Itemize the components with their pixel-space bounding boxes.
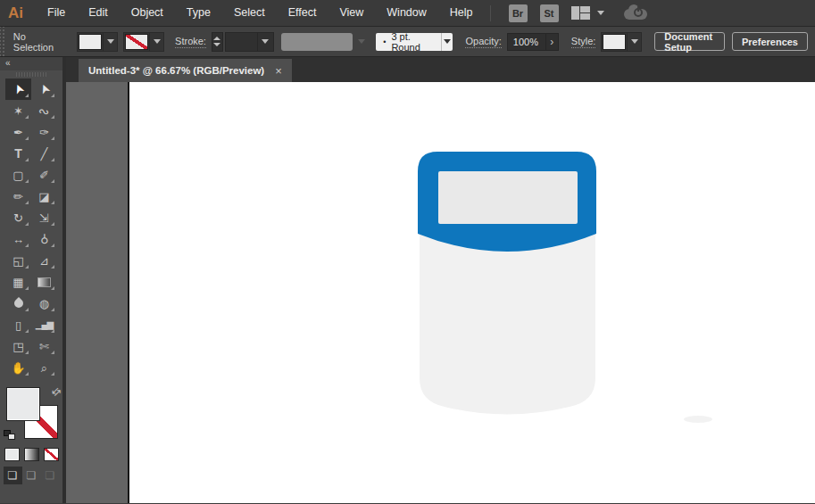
menu-type[interactable]: Type: [175, 0, 222, 26]
zoom-tool[interactable]: ⌕: [31, 357, 57, 378]
draw-normal-button[interactable]: ❏: [4, 467, 22, 484]
menu-items: File Edit Object Type Select Effect View…: [36, 0, 485, 26]
color-button[interactable]: [4, 448, 20, 461]
paint-type-buttons: [0, 448, 62, 461]
power-icon: [634, 8, 643, 17]
mesh-tool[interactable]: ▦: [5, 271, 31, 293]
close-tab-icon[interactable]: ×: [275, 64, 282, 78]
none-slash-icon: [45, 449, 58, 460]
menu-bar: Ai File Edit Object Type Select Effect V…: [0, 0, 815, 27]
main-area: « ➤ ➤ ✶ ∾ ✒ ✑ T ╱ ▢ ✐ ✏ ◪ ↻ ⇲ ↔ ⚲ ◱ ⊿ ▦ …: [0, 57, 815, 503]
tools-panel: « ➤ ➤ ✶ ∾ ✒ ✑ T ╱ ▢ ✐ ✏ ◪ ↻ ⇲ ↔ ⚲ ◱ ⊿ ▦ …: [0, 57, 62, 503]
opacity-label[interactable]: Opacity:: [465, 36, 501, 48]
selection-tool[interactable]: ➤: [5, 78, 31, 100]
chevron-down-icon: [107, 39, 114, 44]
menu-effect[interactable]: Effect: [277, 0, 328, 26]
slice-tool[interactable]: ✄: [31, 335, 57, 357]
paintbrush-tool[interactable]: ✐: [31, 164, 57, 186]
puppet-warp-tool[interactable]: ⚲: [31, 228, 57, 250]
lasso-tool[interactable]: ∾: [31, 100, 57, 121]
stroke-none-swatch: [125, 34, 148, 50]
stroke-weight-stepper[interactable]: [212, 32, 223, 52]
stroke-weight-dropdown[interactable]: [225, 32, 274, 52]
canister-body-shape[interactable]: [420, 225, 595, 415]
stroke-color-dropdown[interactable]: [123, 32, 164, 52]
graphic-style-swatch: [603, 34, 626, 50]
symbol-sprayer-tool[interactable]: ▯: [5, 314, 31, 335]
perspective-grid-tool[interactable]: ⊿: [31, 250, 57, 271]
shape-builder-tool[interactable]: ◱: [5, 250, 31, 271]
graphic-style-dropdown[interactable]: [601, 32, 642, 52]
draw-behind-button[interactable]: ❏: [22, 467, 41, 484]
bridge-button[interactable]: Br: [509, 4, 528, 22]
rotate-tool[interactable]: ↻: [5, 207, 31, 228]
artwork-canister-icon[interactable]: [414, 146, 789, 503]
fill-color-swatch: [79, 34, 102, 50]
width-tool[interactable]: ↔: [5, 228, 31, 250]
menu-window[interactable]: Window: [375, 0, 437, 26]
menu-view[interactable]: View: [328, 0, 375, 26]
hand-tool[interactable]: ✋: [5, 357, 31, 378]
menu-file[interactable]: File: [36, 0, 77, 26]
drawing-mode-buttons: ❏ ❏ ❏: [0, 467, 62, 484]
menubar-divider: [490, 5, 491, 21]
menu-select[interactable]: Select: [222, 0, 277, 26]
panel-collapse-button[interactable]: «: [0, 57, 62, 70]
eyedropper-tool[interactable]: [5, 293, 31, 314]
gradient-button[interactable]: [24, 448, 39, 461]
opacity-field[interactable]: 100% ›: [507, 33, 559, 51]
blend-tool[interactable]: ◍: [31, 293, 57, 314]
control-bar-grip[interactable]: [0, 27, 6, 56]
gradient-tool[interactable]: ▥: [31, 271, 57, 293]
stroke-label[interactable]: Stroke:: [175, 36, 206, 48]
magic-wand-tool[interactable]: ✶: [5, 100, 31, 121]
canister-screen-shape[interactable]: [438, 171, 578, 224]
fill-color-dropdown[interactable]: [77, 32, 118, 52]
opacity-value[interactable]: 100%: [508, 37, 545, 47]
chevron-down-icon: [631, 39, 638, 44]
illustrator-logo-icon: Ai: [8, 4, 23, 22]
variable-width-profile-dropdown[interactable]: • 3 pt. Round: [376, 33, 453, 51]
artboard-tool[interactable]: ◳: [5, 335, 31, 357]
panel-grip[interactable]: [0, 70, 62, 78]
document-setup-button[interactable]: Document Setup: [654, 32, 725, 51]
column-graph-tool[interactable]: ▁▄▆: [31, 314, 57, 335]
brush-definition-dropdown-disabled: [281, 33, 353, 51]
none-slash-icon: [126, 35, 147, 49]
default-fill-stroke-icon[interactable]: [4, 430, 15, 440]
document-tab-bar: Untitled-3* @ 66.67% (RGB/Preview) ×: [66, 57, 815, 82]
shaper-tool[interactable]: ✏: [5, 186, 31, 207]
menu-edit[interactable]: Edit: [77, 0, 120, 26]
chevron-down-icon: [154, 39, 161, 44]
selection-status: No Selection: [13, 31, 61, 53]
chevron-down-icon: [444, 39, 451, 44]
document-tab[interactable]: Untitled-3* @ 66.67% (RGB/Preview) ×: [79, 59, 292, 82]
direct-selection-tool[interactable]: ➤: [31, 78, 57, 100]
stock-button[interactable]: St: [540, 4, 559, 22]
rectangle-tool[interactable]: ▢: [5, 164, 31, 186]
menu-help[interactable]: Help: [438, 0, 485, 26]
document-tab-title: Untitled-3* @ 66.67% (RGB/Preview): [88, 65, 264, 76]
canvas-viewport[interactable]: [66, 82, 815, 503]
scale-tool[interactable]: ⇲: [31, 207, 57, 228]
fill-stroke-indicator: ⇆: [0, 385, 62, 446]
preferences-button[interactable]: Preferences: [732, 32, 808, 51]
pen-tool[interactable]: ✒: [5, 121, 31, 143]
creative-cloud-power-icon[interactable]: [624, 6, 649, 21]
step-down-icon[interactable]: [213, 43, 220, 46]
none-button[interactable]: [44, 448, 59, 461]
tools-grid: ➤ ➤ ✶ ∾ ✒ ✑ T ╱ ▢ ✐ ✏ ◪ ↻ ⇲ ↔ ⚲ ◱ ⊿ ▦ ▥ …: [0, 78, 62, 378]
step-up-icon[interactable]: [213, 37, 220, 40]
opacity-expand-icon[interactable]: ›: [545, 34, 558, 50]
style-label[interactable]: Style:: [571, 36, 596, 48]
swap-fill-stroke-icon[interactable]: ⇆: [48, 384, 63, 399]
curvature-tool[interactable]: ✑: [31, 121, 57, 143]
type-tool[interactable]: T: [5, 143, 31, 164]
eraser-tool[interactable]: ◪: [31, 186, 57, 207]
draw-inside-button[interactable]: ❏: [41, 467, 60, 484]
control-bar: No Selection Stroke: • 3 pt. Round Opaci…: [0, 27, 815, 57]
line-segment-tool[interactable]: ╱: [31, 143, 57, 164]
fill-proxy-swatch[interactable]: [6, 387, 40, 421]
menu-object[interactable]: Object: [120, 0, 175, 26]
workspace-switcher[interactable]: [571, 6, 604, 20]
